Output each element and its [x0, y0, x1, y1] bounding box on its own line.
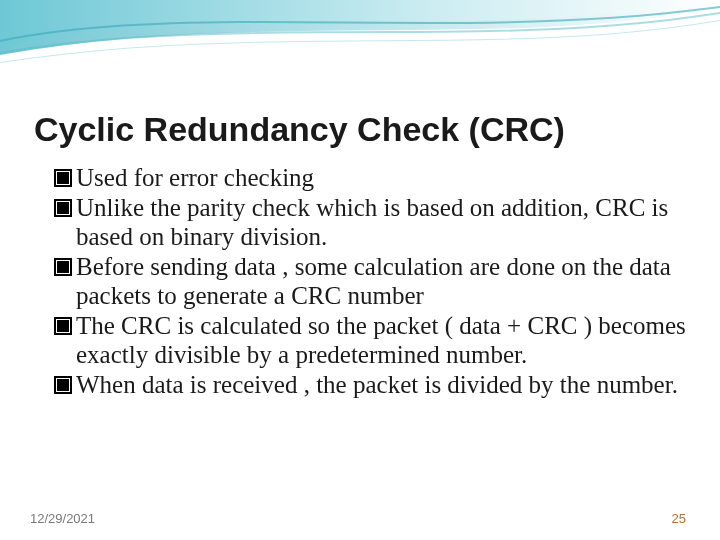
bullet-icon	[54, 199, 72, 217]
slide: Cyclic Redundancy Check (CRC) Used for e…	[0, 0, 720, 540]
bullet-text: Unlike the parity check which is based o…	[76, 193, 686, 252]
bullet-list: Used for error checking Unlike the parit…	[34, 163, 686, 399]
list-item: Unlike the parity check which is based o…	[54, 193, 686, 252]
bullet-text: When data is received , the packet is di…	[76, 370, 686, 400]
list-item: When data is received , the packet is di…	[54, 370, 686, 400]
bullet-icon	[54, 317, 72, 335]
bullet-icon	[54, 169, 72, 187]
bullet-icon	[54, 376, 72, 394]
bullet-text: Used for error checking	[76, 163, 686, 193]
footer-page-number: 25	[672, 511, 686, 526]
footer-date: 12/29/2021	[30, 511, 95, 526]
slide-title: Cyclic Redundancy Check (CRC)	[34, 110, 686, 149]
bullet-text: Before sending data , some calculation a…	[76, 252, 686, 311]
bullet-text: The CRC is calculated so the packet ( da…	[76, 311, 686, 370]
bullet-icon	[54, 258, 72, 276]
slide-content: Cyclic Redundancy Check (CRC) Used for e…	[0, 0, 720, 399]
list-item: The CRC is calculated so the packet ( da…	[54, 311, 686, 370]
list-item: Before sending data , some calculation a…	[54, 252, 686, 311]
list-item: Used for error checking	[54, 163, 686, 193]
